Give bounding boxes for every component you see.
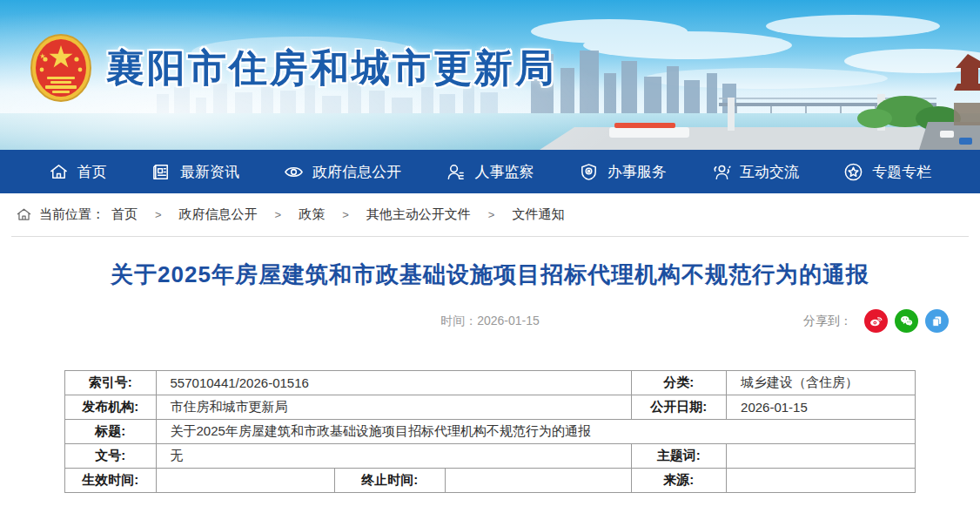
wechat-share-icon[interactable]	[895, 309, 918, 333]
divider	[11, 236, 969, 237]
expiry-label: 终止时间:	[334, 469, 445, 493]
table-row: 标题: 关于2025年房屋建筑和市政基础设施项目招标代理机构不规范行为的通报	[65, 420, 916, 444]
national-emblem-icon	[30, 33, 92, 103]
breadcrumb-link-info-disclosure[interactable]: 政府信息公开	[179, 206, 258, 223]
index-value: 557010441/2026-01516	[156, 371, 631, 395]
header-banner: 襄阳市住房和城市更新局	[0, 0, 980, 150]
site-brand: 襄阳市住房和城市更新局	[30, 33, 556, 103]
home-icon	[49, 162, 69, 182]
breadcrumb: 当前位置： 首页 > 政府信息公开 > 政策 > 其他主动公开文件 > 文件通知	[0, 193, 980, 236]
table-row: 索引号: 557010441/2026-01516 分类: 城乡建设（含住房）	[65, 371, 916, 395]
breadcrumb-separator: >	[155, 208, 162, 221]
share-bar: 分享到：	[803, 309, 949, 333]
eye-icon	[284, 162, 304, 182]
effective-value	[156, 469, 334, 493]
title-value: 关于2025年房屋建筑和市政基础设施项目招标代理机构不规范行为的通报	[156, 420, 915, 444]
chat-people-icon	[711, 162, 731, 182]
nav-item-info-disclosure[interactable]: 政府信息公开	[284, 162, 401, 182]
person-icon	[446, 162, 466, 182]
docno-label: 文号:	[65, 444, 157, 469]
share-label: 分享到：	[803, 314, 852, 329]
agency-value: 市住房和城市更新局	[156, 395, 631, 420]
nav-item-label: 首页	[77, 162, 107, 182]
breadcrumb-separator: >	[342, 208, 349, 221]
title-label: 标题:	[65, 420, 157, 444]
expiry-value	[445, 469, 631, 493]
docno-value: 无	[156, 444, 631, 469]
category-value: 城乡建设（含住房）	[727, 371, 916, 395]
shield-icon	[579, 162, 599, 182]
breadcrumb-link-policy[interactable]: 政策	[299, 206, 325, 223]
table-row: 文号: 无 主题词:	[65, 444, 916, 469]
document-info-table: 索引号: 557010441/2026-01516 分类: 城乡建设（含住房） …	[64, 370, 916, 493]
article-title: 关于2025年房屋建筑和市政基础设施项目招标代理机构不规范行为的通报	[0, 260, 980, 290]
time-value: 2026-01-15	[477, 314, 540, 327]
index-label: 索引号:	[65, 371, 157, 395]
breadcrumb-separator: >	[275, 208, 282, 221]
nav-item-home[interactable]: 首页	[49, 162, 107, 182]
category-label: 分类:	[631, 371, 726, 395]
time-label: 时间：	[440, 314, 477, 327]
nav-item-personnel[interactable]: 人事监察	[446, 162, 534, 182]
nav-item-interaction[interactable]: 互动交流	[711, 162, 799, 182]
breadcrumb-bar: 当前位置： 首页 > 政府信息公开 > 政策 > 其他主动公开文件 > 文件通知	[0, 193, 980, 237]
star-icon	[843, 162, 863, 182]
keywords-value	[727, 444, 916, 469]
breadcrumb-location-label: 当前位置：	[39, 206, 104, 223]
home-icon	[16, 206, 32, 223]
agency-label: 发布机构:	[65, 395, 157, 420]
keywords-label: 主题词:	[631, 444, 726, 469]
table-row: 发布机构: 市住房和城市更新局 公开日期: 2026-01-15	[65, 395, 916, 420]
breadcrumb-link-home[interactable]: 首页	[111, 206, 138, 223]
table-row: 生效时间: 终止时间: 来源:	[65, 469, 916, 493]
pubdate-label: 公开日期:	[631, 395, 726, 420]
nav-item-special-columns[interactable]: 专题专栏	[843, 162, 931, 182]
main-nav: 首页 最新资讯 政府信息公开 人事监察 办事服务 互动交流 专题专栏	[0, 150, 980, 193]
effective-label: 生效时间:	[65, 469, 157, 493]
copy-link-share-icon[interactable]	[925, 309, 949, 333]
pubdate-value: 2026-01-15	[727, 395, 916, 420]
nav-item-services[interactable]: 办事服务	[579, 162, 667, 182]
nav-item-label: 政府信息公开	[312, 162, 401, 182]
nav-item-label: 最新资讯	[180, 162, 239, 182]
source-label: 来源:	[631, 469, 726, 493]
nav-item-label: 互动交流	[740, 162, 799, 182]
news-icon	[151, 162, 171, 182]
weibo-share-icon[interactable]	[864, 309, 888, 333]
breadcrumb-link-doc-notice[interactable]: 文件通知	[512, 206, 564, 223]
source-value	[727, 469, 916, 493]
article-meta: 时间：2026-01-15 分享到：	[0, 309, 980, 334]
site-title: 襄阳市住房和城市更新局	[106, 43, 556, 94]
nav-item-label: 专题专栏	[872, 162, 931, 182]
nav-item-news[interactable]: 最新资讯	[151, 162, 239, 182]
breadcrumb-link-other-public-docs[interactable]: 其他主动公开文件	[366, 206, 471, 223]
nav-item-label: 人事监察	[474, 162, 534, 182]
breadcrumb-separator: >	[488, 208, 495, 221]
nav-item-label: 办事服务	[607, 162, 667, 182]
